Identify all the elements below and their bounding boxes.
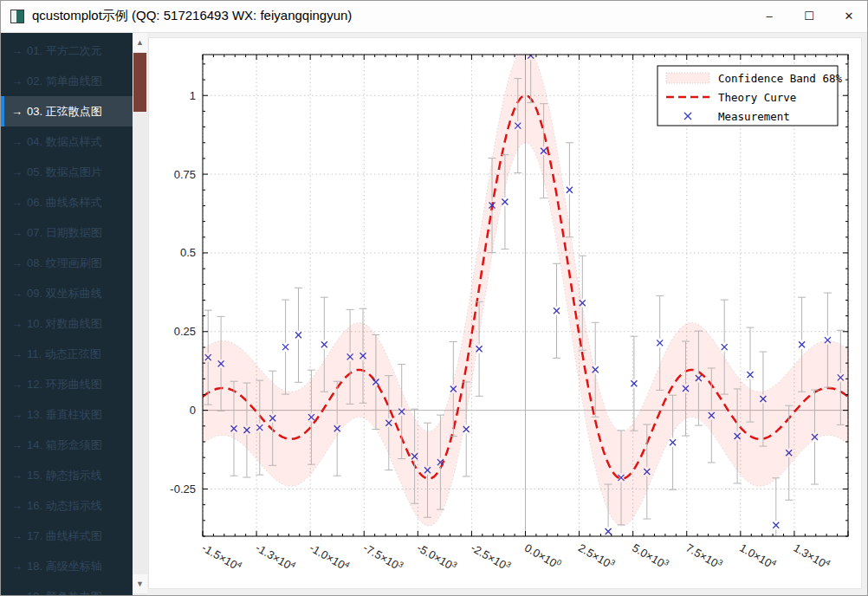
arrow-right-icon: →	[11, 308, 23, 339]
sidebar-item-09[interactable]: →09. 双坐标曲线	[1, 278, 133, 308]
legend-label: Confidence Band 68%	[718, 72, 842, 85]
sinc-scatter-plot[interactable]: 10.750.50.250-0.25-1.5×104-1.3×104-1.0×1…	[149, 38, 861, 588]
y-tick-label: -0.25	[170, 483, 196, 496]
arrow-right-icon: →	[11, 66, 23, 96]
sidebar-item-label: 14. 箱形盒须图	[27, 430, 102, 460]
sidebar-item-label: 11. 动态正弦图	[27, 339, 101, 369]
sidebar-item-01[interactable]: →01. 平方二次元	[1, 36, 133, 66]
sidebar-item-label: 19. 颜色热力图	[27, 581, 102, 596]
x-tick-label: -1.3×104	[254, 541, 298, 574]
sidebar-item-06[interactable]: →06. 曲线条样式	[1, 187, 133, 217]
arrow-right-icon: →	[11, 36, 23, 66]
sidebar-item-19[interactable]: →19. 颜色热力图	[1, 581, 133, 596]
close-button[interactable]: ✕	[829, 1, 868, 32]
sidebar-item-16[interactable]: →16. 动态指示线	[1, 490, 133, 521]
sidebar-item-label: 06. 曲线条样式	[27, 187, 102, 217]
legend: Confidence Band 68%Theory CurveMeasureme…	[657, 66, 842, 126]
arrow-right-icon: →	[11, 157, 23, 187]
y-tick-label: 0.5	[180, 246, 196, 259]
sidebar-item-14[interactable]: →14. 箱形盒须图	[1, 430, 133, 460]
sidebar-item-15[interactable]: →15. 静态指示线	[1, 460, 133, 490]
sidebar-item-label: 08. 纹理画刷图	[27, 248, 102, 278]
arrow-right-icon: →	[11, 430, 23, 460]
sidebar-item-label: 05. 数据点图片	[27, 157, 102, 187]
x-tick-label: 2.5×103	[576, 541, 617, 572]
arrow-right-icon: →	[11, 278, 23, 308]
x-tick-label: -7.5×103	[361, 541, 405, 574]
y-tick-label: 0	[190, 404, 196, 417]
maximize-button[interactable]: ☐	[789, 1, 829, 32]
x-tick-label: 5.0×103	[630, 541, 670, 572]
chart-panel: 10.750.50.250-0.25-1.5×104-1.3×104-1.0×1…	[148, 37, 862, 589]
sidebar-item-label: 16. 动态指示线	[27, 490, 102, 521]
x-tick-label: 1.3×104	[791, 541, 832, 572]
arrow-right-icon: →	[11, 551, 23, 581]
arrow-right-icon: →	[11, 490, 23, 521]
app-window: qcustomplot示例 (QQ: 517216493 WX: feiyang…	[0, 0, 868, 596]
sidebar-item-label: 17. 曲线样式图	[27, 521, 102, 551]
sidebar-item-label: 03. 正弦散点图	[27, 96, 102, 126]
sidebar-item-label: 13. 垂直柱状图	[27, 399, 102, 430]
scrollbar-down-icon[interactable]: ▼	[133, 574, 147, 593]
x-tick-label: 7.5×103	[683, 541, 724, 572]
arrow-right-icon: →	[11, 126, 23, 157]
arrow-right-icon: →	[11, 339, 23, 369]
sidebar-item-17[interactable]: →17. 曲线样式图	[1, 521, 133, 551]
scrollbar-thumb[interactable]	[133, 53, 146, 112]
sidebar-item-label: 12. 环形曲线图	[27, 369, 102, 399]
arrow-right-icon: →	[11, 217, 23, 248]
arrow-right-icon: →	[11, 187, 23, 217]
title-bar: qcustomplot示例 (QQ: 517216493 WX: feiyang…	[1, 1, 868, 33]
legend-label: Measurement	[718, 110, 790, 123]
sidebar-item-label: 15. 静态指示线	[27, 460, 102, 490]
y-tick-label: 0.25	[174, 325, 196, 338]
sidebar-item-label: 09. 双坐标曲线	[27, 278, 102, 308]
window-title: qcustomplot示例 (QQ: 517216493 WX: feiyang…	[32, 8, 352, 24]
arrow-right-icon: →	[11, 399, 23, 430]
legend-label: Theory Curve	[718, 91, 796, 104]
sidebar-item-05[interactable]: →05. 数据点图片	[1, 157, 133, 187]
arrow-right-icon: →	[11, 248, 23, 278]
y-tick-label: 0.75	[174, 168, 196, 181]
sidebar-item-label: 04. 数据点样式	[27, 126, 102, 157]
sidebar-item-label: 07. 日期数据图	[27, 217, 102, 248]
sidebar-item-04[interactable]: →04. 数据点样式	[1, 126, 133, 157]
x-tick-label: -1.0×104	[308, 541, 352, 574]
sidebar-item-12[interactable]: →12. 环形曲线图	[1, 369, 133, 399]
legend-band-swatch	[666, 73, 709, 83]
x-tick-label: -5.0×103	[415, 541, 459, 574]
sidebar-item-10[interactable]: →10. 对数曲线图	[1, 308, 133, 339]
app-icon	[10, 10, 24, 23]
sidebar-item-label: 10. 对数曲线图	[27, 308, 102, 339]
arrow-right-icon: →	[11, 369, 23, 399]
x-tick-label: -1.5×104	[200, 541, 244, 574]
sidebar-item-18[interactable]: →18. 高级坐标轴	[1, 551, 133, 581]
arrow-right-icon: →	[11, 96, 23, 126]
sidebar-scrollbar: ▲ ▼	[133, 33, 147, 596]
x-tick-label: 0.0×100	[522, 541, 563, 572]
sidebar-item-02[interactable]: →02. 简单曲线图	[1, 66, 133, 96]
sidebar-menu: →01. 平方二次元→02. 简单曲线图→03. 正弦散点图→04. 数据点样式…	[1, 33, 133, 596]
sidebar-item-08[interactable]: →08. 纹理画刷图	[1, 248, 133, 278]
scrollbar-up-icon[interactable]: ▲	[133, 33, 147, 52]
sidebar-item-label: 01. 平方二次元	[27, 36, 102, 66]
arrow-right-icon: →	[11, 581, 23, 596]
minimize-button[interactable]: –	[749, 1, 789, 32]
sidebar-item-label: 18. 高级坐标轴	[27, 551, 102, 581]
sidebar-item-13[interactable]: →13. 垂直柱状图	[1, 399, 133, 430]
y-tick-label: 1	[190, 89, 196, 102]
sidebar-item-11[interactable]: →11. 动态正弦图	[1, 339, 133, 369]
sidebar-item-07[interactable]: →07. 日期数据图	[1, 217, 133, 248]
x-tick-label: 1.0×104	[737, 541, 778, 572]
x-tick-label: -2.5×103	[469, 541, 513, 574]
arrow-right-icon: →	[11, 460, 23, 490]
sidebar-item-03[interactable]: →03. 正弦散点图	[1, 96, 133, 126]
sidebar-item-label: 02. 简单曲线图	[27, 66, 102, 96]
arrow-right-icon: →	[11, 521, 23, 551]
